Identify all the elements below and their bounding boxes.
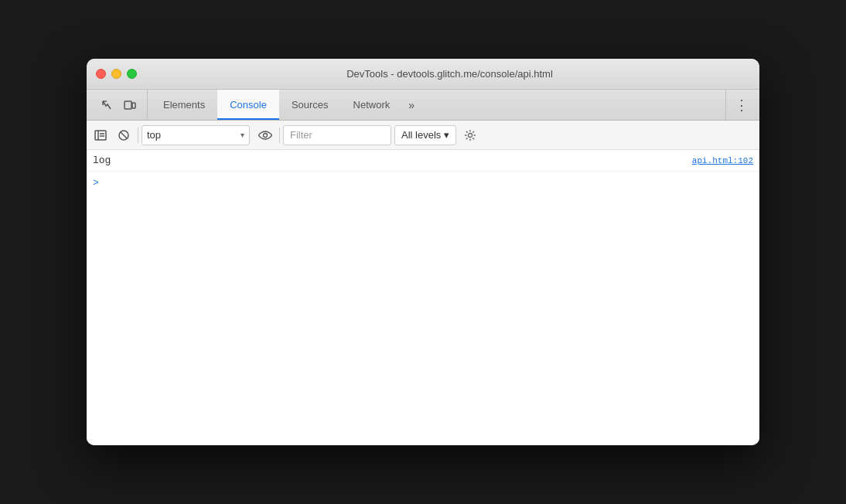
levels-chevron-icon: ▾ — [444, 129, 449, 141]
prompt-arrow-icon[interactable]: > — [93, 177, 99, 189]
tabs-bar: Elements Console Sources Network » ⋮ — [87, 90, 759, 121]
maximize-button[interactable] — [127, 69, 137, 79]
tab-sources[interactable]: Sources — [279, 90, 341, 120]
close-button[interactable] — [96, 69, 106, 79]
context-value: top — [147, 129, 161, 141]
devtools-window: DevTools - devtools.glitch.me/console/ap… — [87, 59, 759, 445]
settings-button[interactable] — [459, 124, 481, 146]
more-tabs-button[interactable]: » — [402, 99, 421, 111]
device-icon[interactable] — [119, 94, 141, 116]
tab-console[interactable]: Console — [217, 90, 279, 120]
log-message: log — [93, 155, 692, 166]
svg-rect-2 — [95, 131, 106, 140]
log-levels-selector[interactable]: All levels ▾ — [394, 125, 456, 145]
sidebar-toggle-button[interactable] — [90, 124, 111, 146]
svg-point-8 — [264, 133, 268, 137]
inspect-icon[interactable] — [96, 94, 118, 116]
filter-input[interactable] — [283, 125, 391, 145]
toolbar-divider-1 — [138, 128, 138, 143]
title-bar: DevTools - devtools.glitch.me/console/ap… — [87, 59, 759, 90]
log-source-link[interactable]: api.html:102 — [692, 156, 753, 165]
context-selector[interactable]: top ▾ — [142, 125, 250, 145]
console-toolbar: top ▾ All levels ▾ — [87, 121, 759, 150]
svg-line-7 — [121, 132, 127, 138]
console-content: log api.html:102 > — [87, 150, 759, 445]
svg-rect-0 — [125, 101, 131, 109]
console-input-row: > — [87, 172, 759, 193]
tab-elements[interactable]: Elements — [151, 90, 217, 120]
traffic-lights — [96, 69, 137, 79]
svg-rect-1 — [132, 103, 135, 108]
svg-point-9 — [469, 133, 472, 137]
filter-divider — [279, 128, 280, 143]
console-log-row: log api.html:102 — [87, 150, 759, 172]
minimize-button[interactable] — [111, 69, 121, 79]
console-input[interactable] — [105, 177, 753, 189]
tab-network[interactable]: Network — [341, 90, 403, 120]
tabs-list: Elements Console Sources Network » — [151, 90, 725, 120]
window-title: DevTools - devtools.glitch.me/console/ap… — [149, 68, 750, 80]
devtools-icons — [90, 90, 148, 120]
live-expressions-button[interactable] — [254, 124, 276, 146]
chevron-down-icon: ▾ — [240, 131, 244, 139]
clear-console-button[interactable] — [113, 124, 135, 146]
devtools-menu-button[interactable]: ⋮ — [725, 90, 756, 120]
filter-group: All levels ▾ — [254, 124, 756, 146]
